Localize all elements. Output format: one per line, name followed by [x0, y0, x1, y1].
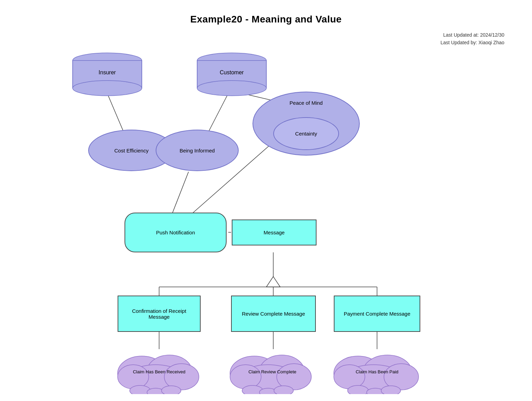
svg-point-41	[274, 386, 293, 394]
confirmation-receipt-label: Confirmation of Receipt Message	[121, 308, 197, 320]
customer-label: Customer	[220, 69, 244, 76]
claim-paid-label: Claim Has Been Paid	[356, 369, 398, 374]
svg-point-37	[230, 365, 261, 389]
review-complete-node: Review Complete Message	[231, 296, 316, 332]
peace-of-mind-node: Peace of Mind Centainty	[253, 92, 360, 156]
customer-node: Customer	[194, 52, 270, 97]
claim-review-node: Claim Review Complete	[227, 349, 318, 394]
message-label: Message	[264, 230, 285, 235]
message-node: Message	[232, 220, 317, 245]
payment-complete-node: Payment Complete Message	[334, 296, 420, 332]
svg-point-33	[162, 386, 181, 394]
claim-paid-node: Claim Has Been Paid	[330, 349, 424, 394]
being-informed-node: Being Informed	[156, 130, 239, 171]
certainty-node: Centainty	[273, 117, 339, 150]
claim-received-label: Claim Has Been Received	[133, 369, 185, 374]
certainty-label: Centainty	[295, 131, 317, 137]
svg-point-29	[118, 365, 149, 389]
claim-review-label: Claim Review Complete	[248, 369, 296, 374]
peace-of-mind-label: Peace of Mind	[253, 100, 359, 106]
being-informed-label: Being Informed	[180, 148, 215, 153]
svg-marker-7	[266, 277, 280, 287]
svg-point-47	[348, 385, 368, 394]
svg-point-25	[197, 81, 266, 96]
review-complete-label: Review Complete Message	[242, 311, 305, 317]
push-notification-label: Push Notification	[156, 230, 195, 235]
svg-line-3	[172, 172, 189, 214]
cost-efficiency-label: Cost Efficiency	[114, 148, 149, 153]
claim-received-node: Claim Has Been Received	[114, 349, 204, 394]
payment-complete-label: Payment Complete Message	[344, 311, 411, 317]
confirmation-receipt-node: Confirmation of Receipt Message	[118, 296, 201, 332]
svg-point-45	[334, 365, 365, 389]
svg-point-49	[381, 386, 401, 394]
svg-point-20	[73, 81, 142, 96]
push-notification-node: Push Notification	[125, 213, 227, 252]
insurer-node: Insurer	[69, 52, 145, 97]
insurer-label: Insurer	[99, 69, 116, 76]
